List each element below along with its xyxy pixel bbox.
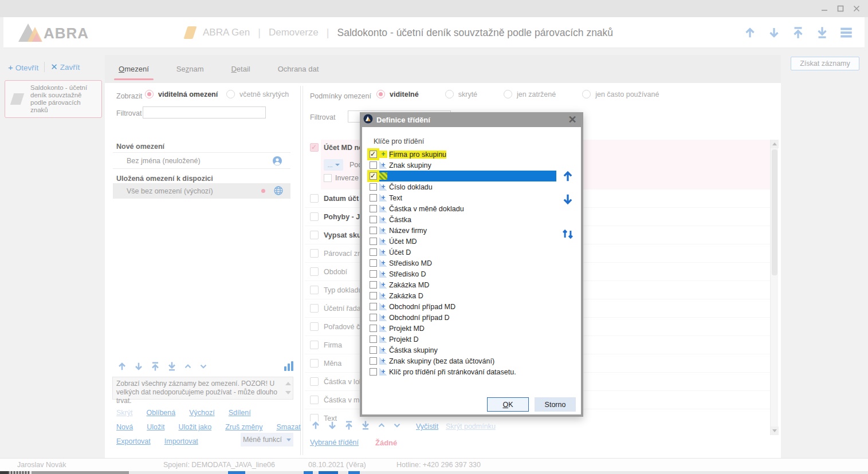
radio-including-hidden[interactable]: včetně skrytých: [226, 90, 289, 98]
vertical-scrollbar[interactable]: [770, 140, 778, 435]
conditions-filter-radio[interactable]: skryté: [445, 90, 477, 98]
sort-key-row[interactable]: + Středisko MD: [362, 258, 581, 268]
ok-button[interactable]: OK: [487, 397, 529, 412]
action-link[interactable]: Nová: [116, 423, 133, 431]
action-link[interactable]: Zruš změny: [225, 423, 262, 431]
condition-checkbox[interactable]: [310, 322, 319, 331]
move-down-icon[interactable]: [766, 25, 782, 41]
move-up-icon[interactable]: [116, 361, 128, 374]
unnamed-restriction-row[interactable]: Bez jména (neuložené): [113, 152, 290, 169]
chevron-down-icon[interactable]: [198, 361, 209, 374]
sort-key-row[interactable]: + Číslo dokladu: [362, 181, 581, 192]
move-down-icon[interactable]: [327, 420, 338, 433]
conditions-filter-radio[interactable]: jen často používané: [582, 90, 659, 98]
move-down-icon[interactable]: [133, 361, 144, 374]
sort-key-row[interactable]: + Firma pro skupinu: [362, 149, 581, 160]
sort-key-checkbox[interactable]: [370, 281, 377, 289]
default-restriction-row[interactable]: Vše bez omezení (výchozí): [113, 183, 290, 199]
scroll-up-button[interactable]: [771, 140, 779, 148]
condition-checkbox[interactable]: [310, 396, 319, 404]
sort-move-down-icon[interactable]: [561, 192, 574, 208]
action-link[interactable]: Sdílení: [229, 409, 251, 417]
sort-key-checkbox[interactable]: [370, 292, 377, 299]
sort-key-checkbox[interactable]: [370, 161, 377, 169]
close-button[interactable]: [850, 3, 863, 14]
minimize-button[interactable]: [818, 3, 831, 14]
sort-key-checkbox[interactable]: [370, 216, 377, 223]
sort-key-row[interactable]: + Zakázka D: [362, 290, 581, 301]
condition-checkbox[interactable]: [310, 267, 319, 276]
tab[interactable]: Omezení: [105, 55, 163, 83]
condition-checkbox[interactable]: [310, 286, 319, 294]
open-button[interactable]: +Otevřít: [8, 62, 38, 72]
sort-key-row[interactable]: + Projekt D: [362, 334, 581, 345]
maximize-button[interactable]: [834, 3, 847, 14]
sort-key-row[interactable]: + Částka skupiny: [362, 345, 581, 356]
condition-checkbox[interactable]: [310, 359, 319, 368]
sort-key-checkbox[interactable]: [370, 303, 377, 310]
dialog-close-icon[interactable]: ✕: [566, 113, 579, 126]
action-link[interactable]: Smazat: [276, 423, 300, 431]
scrollbar-thumb[interactable]: [772, 149, 777, 275]
tab[interactable]: Ochrana dat: [264, 55, 333, 83]
action-link[interactable]: Výchozí: [189, 409, 214, 417]
move-first-icon[interactable]: [150, 361, 161, 374]
sort-key-row[interactable]: + Částka: [362, 214, 581, 225]
tab[interactable]: Detail: [217, 55, 264, 83]
scroll-down-button[interactable]: [771, 426, 779, 435]
sort-key-checkbox[interactable]: [370, 183, 377, 191]
move-last-icon[interactable]: [814, 25, 830, 41]
inverse-checkbox[interactable]: [324, 174, 332, 182]
sort-key-checkbox[interactable]: [370, 248, 377, 256]
sort-key-row[interactable]: + Text: [362, 192, 581, 203]
action-link[interactable]: Importovat: [164, 437, 198, 445]
condition-checkbox[interactable]: [310, 304, 319, 313]
sort-key-row[interactable]: + Zakázka MD: [362, 279, 581, 290]
condition-checkbox[interactable]: [310, 377, 319, 386]
sort-key-checkbox[interactable]: [370, 172, 377, 180]
dialog-titlebar[interactable]: Definice třídění ✕: [362, 112, 581, 127]
move-first-icon[interactable]: [343, 420, 355, 433]
condition-checkbox[interactable]: [310, 212, 319, 221]
clear-link[interactable]: Vyčistit: [416, 422, 438, 430]
chevron-down-icon[interactable]: [392, 420, 402, 433]
sort-move-up-icon[interactable]: [561, 169, 574, 185]
condition-checkbox[interactable]: [310, 341, 319, 349]
scroll-up-icon[interactable]: [285, 382, 291, 385]
scroll-down-icon[interactable]: [285, 391, 291, 394]
conditions-filter-radio[interactable]: jen zatržené: [504, 90, 556, 98]
sort-key-checkbox[interactable]: [370, 335, 377, 343]
chevron-up-icon[interactable]: [183, 361, 193, 374]
sort-key-row[interactable]: + Obchodní případ MD: [362, 301, 581, 312]
sort-key-row[interactable]: + Účet D: [362, 247, 581, 258]
sort-key-checkbox[interactable]: [370, 238, 377, 245]
move-up-icon[interactable]: [310, 420, 321, 433]
action-link[interactable]: Oblíbená: [146, 409, 175, 417]
sort-key-row[interactable]: + Částka v měně dokladu: [362, 203, 581, 214]
move-first-icon[interactable]: [790, 25, 806, 41]
radio-visible-restrictions[interactable]: viditelná omezení: [145, 90, 218, 98]
sort-key-checkbox[interactable]: [370, 227, 377, 234]
sort-key-row[interactable]: + Datum účtování: [362, 171, 581, 181]
sort-key-row[interactable]: + Účet MD: [362, 236, 581, 247]
move-last-icon[interactable]: [360, 420, 371, 433]
action-link[interactable]: Exportovat: [116, 437, 151, 445]
filter-input[interactable]: [143, 106, 266, 118]
sort-key-row[interactable]: + Znak skupiny (bez data účtování): [362, 356, 581, 366]
sort-key-checkbox[interactable]: [370, 194, 377, 202]
sort-key-checkbox[interactable]: [370, 368, 377, 376]
condition-checkbox[interactable]: [310, 143, 319, 152]
move-last-icon[interactable]: [166, 361, 178, 374]
conditions-filter-radio[interactable]: viditelné: [376, 90, 419, 98]
action-link[interactable]: Uložit jako: [178, 423, 211, 431]
sort-key-row[interactable]: + Středisko D: [362, 268, 581, 279]
sort-key-checkbox[interactable]: [370, 325, 377, 332]
sort-key-checkbox[interactable]: [370, 259, 377, 267]
selected-sort-link[interactable]: Vybrané třídění: [310, 439, 359, 447]
condition-checkbox[interactable]: [310, 249, 319, 258]
tab[interactable]: Seznam: [163, 55, 218, 83]
sort-key-checkbox[interactable]: [370, 205, 377, 212]
open-agenda-card[interactable]: Saldokonto - účetní deník souvztažně pod…: [5, 80, 102, 118]
sort-key-checkbox[interactable]: [370, 314, 377, 321]
menu-icon[interactable]: [838, 25, 854, 41]
